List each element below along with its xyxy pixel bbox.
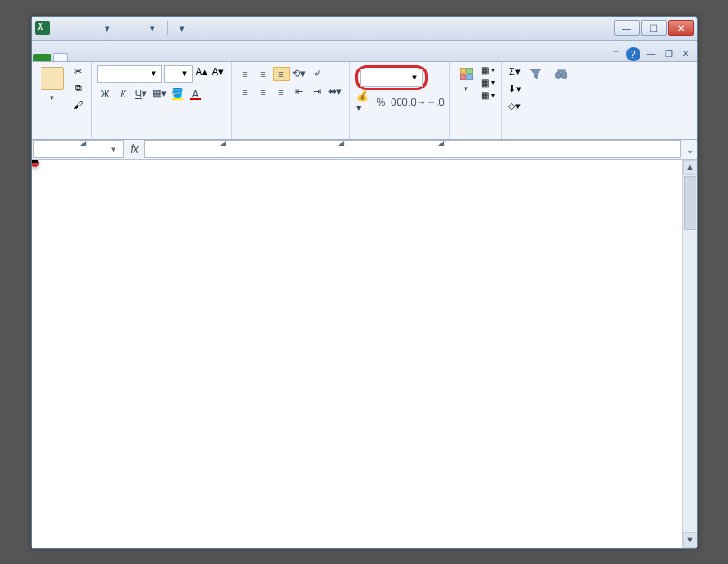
group-label-alignment: ◢: [237, 137, 344, 139]
group-label-clipboard: ◢: [37, 137, 86, 139]
underline-button[interactable]: Ч▾: [134, 87, 150, 101]
align-left-button[interactable]: ≡: [237, 85, 253, 99]
shrink-font-button[interactable]: A▾: [211, 65, 226, 79]
tab-data[interactable]: [111, 53, 125, 61]
save-button[interactable]: [52, 19, 72, 37]
binoculars-icon: [554, 67, 568, 81]
comma-button[interactable]: 000: [392, 95, 408, 109]
sort-filter-button[interactable]: [525, 65, 547, 85]
tab-layout[interactable]: [82, 53, 97, 61]
active-cell[interactable]: [32, 160, 38, 163]
alignment-launcher[interactable]: ◢: [338, 139, 344, 147]
ribbon-minimize[interactable]: ⌃: [610, 49, 622, 59]
decrease-decimal-button[interactable]: ←.0: [428, 95, 444, 109]
fx-icon[interactable]: fx: [125, 143, 144, 155]
number-launcher[interactable]: ◢: [438, 139, 444, 147]
styles-button[interactable]: ▼: [456, 65, 477, 95]
decrease-indent-button[interactable]: ⇤: [291, 85, 308, 99]
orientation-button[interactable]: ⟲▾: [291, 67, 308, 81]
svg-point-5: [561, 72, 567, 79]
format-painter-button[interactable]: 🖌: [71, 97, 86, 112]
autosum-button[interactable]: Σ▾: [507, 65, 521, 79]
merge-button[interactable]: ⬌▾: [327, 85, 344, 99]
find-select-button[interactable]: [550, 65, 572, 85]
file-tab[interactable]: [33, 54, 51, 61]
paste-button[interactable]: ▼: [37, 65, 68, 104]
copy-button[interactable]: ⧉: [71, 81, 86, 96]
border-button[interactable]: ▦▾: [152, 87, 168, 101]
percent-button[interactable]: %: [373, 95, 390, 109]
redo-button[interactable]: [120, 19, 140, 37]
vertical-scrollbar[interactable]: ▲ ▼: [682, 160, 697, 548]
chevron-down-icon: ▼: [49, 94, 56, 102]
undo-button[interactable]: [75, 19, 95, 37]
clipboard-icon: [41, 67, 64, 90]
italic-button[interactable]: К: [115, 87, 132, 101]
fill-color-button[interactable]: 🪣: [170, 87, 186, 101]
svg-rect-3: [466, 74, 472, 79]
qat-separator: [167, 21, 168, 35]
delete-cells-button[interactable]: ▦ ▾: [481, 78, 496, 88]
styles-icon: [459, 67, 474, 81]
tab-abbyy[interactable]: [198, 53, 212, 61]
qat-customize[interactable]: ▾: [172, 19, 192, 37]
insert-cells-button[interactable]: ▦ ▾: [481, 65, 496, 75]
tab-insert[interactable]: [68, 53, 82, 61]
increase-indent-button[interactable]: ⇥: [309, 85, 326, 99]
undo-dropdown[interactable]: ▾: [97, 19, 117, 37]
scroll-down-button[interactable]: ▼: [683, 532, 697, 548]
tab-developer[interactable]: [154, 53, 169, 61]
bold-button[interactable]: Ж: [97, 87, 114, 101]
clear-button[interactable]: ◇▾: [507, 99, 521, 114]
close-button[interactable]: ✕: [668, 20, 694, 36]
svg-rect-1: [466, 68, 472, 73]
font-launcher[interactable]: ◢: [220, 139, 226, 147]
tab-home[interactable]: [53, 53, 68, 61]
doc-close[interactable]: ✕: [679, 49, 692, 59]
chevron-down-icon: ▼: [110, 145, 117, 153]
doc-restore[interactable]: ❐: [662, 49, 676, 59]
align-top-button[interactable]: ≡: [237, 67, 253, 81]
clipboard-launcher[interactable]: ◢: [80, 139, 86, 147]
group-editing: Σ▾ ⬇▾ ◇▾: [502, 62, 577, 139]
font-size-select[interactable]: ▼: [164, 65, 193, 83]
grow-font-button[interactable]: A▴: [195, 65, 209, 79]
maximize-button[interactable]: ☐: [641, 20, 667, 36]
tab-formulas[interactable]: [97, 53, 111, 61]
group-alignment: ≡ ≡ ≡ ⟲▾ ⤶ ≡ ≡ ≡ ⇤ ⇥ ⬌▾ ◢: [232, 62, 350, 139]
doc-minimize[interactable]: —: [644, 49, 659, 59]
tab-foxit[interactable]: [183, 53, 198, 61]
cut-button[interactable]: ✂: [71, 65, 86, 79]
svg-rect-0: [460, 68, 465, 73]
scroll-thumb[interactable]: [684, 176, 696, 230]
tab-addins[interactable]: [169, 53, 183, 61]
formula-bar-expand[interactable]: ⌄: [683, 144, 697, 154]
group-clipboard: ▼ ✂ ⧉ 🖌 ◢: [32, 62, 92, 139]
fill-button[interactable]: ⬇▾: [507, 82, 521, 97]
wrap-text-button[interactable]: ⤶: [309, 67, 326, 81]
excel-window: ▾ ▾ ▾ — ☐ ✕ ⌃ ? — ❐ ✕: [31, 16, 698, 549]
help-icon[interactable]: ?: [626, 47, 640, 61]
ribbon-tabs: ⌃ ? — ❐ ✕: [32, 41, 697, 62]
format-cells-button[interactable]: ▦ ▾: [481, 90, 496, 100]
align-right-button[interactable]: ≡: [273, 85, 290, 99]
currency-button[interactable]: 💰▾: [355, 95, 372, 109]
scroll-track[interactable]: [683, 231, 697, 532]
font-color-button[interactable]: A: [188, 87, 204, 101]
font-name-select[interactable]: ▼: [97, 65, 162, 83]
minimize-button[interactable]: —: [614, 20, 640, 36]
scroll-up-button[interactable]: ▲: [683, 160, 697, 175]
tab-view[interactable]: [140, 53, 154, 61]
group-number: ▼ 💰▾ % 000 .0→ ←.0 ◢: [350, 62, 450, 139]
name-box[interactable]: ▼: [33, 140, 124, 158]
align-bottom-button[interactable]: ≡: [273, 67, 290, 81]
funnel-icon: [529, 67, 543, 81]
align-middle-button[interactable]: ≡: [255, 67, 272, 81]
tab-review[interactable]: [125, 53, 140, 61]
increase-decimal-button[interactable]: .0→: [410, 95, 426, 109]
align-center-button[interactable]: ≡: [255, 85, 272, 99]
redo-dropdown[interactable]: ▾: [143, 19, 162, 37]
number-format-select[interactable]: ▼: [360, 69, 423, 87]
worksheet-grid[interactable]: ▲ ▼: [32, 160, 697, 548]
window-controls: — ☐ ✕: [614, 20, 694, 36]
